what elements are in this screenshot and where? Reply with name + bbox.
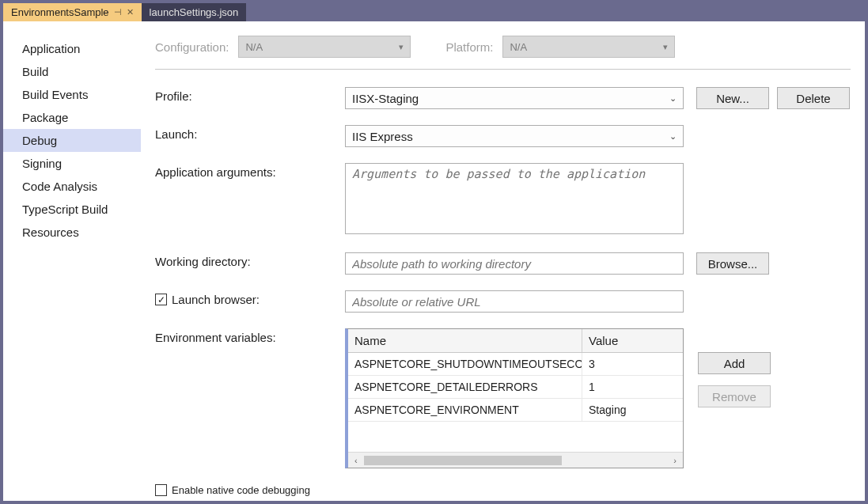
working-directory-row: Working directory: Browse... — [155, 252, 851, 275]
platform-combo: N/A ▾ — [502, 36, 675, 58]
native-debug-label: Enable native code debugging — [172, 484, 310, 496]
configuration-platform-row: Configuration: N/A ▾ Platform: N/A ▾ — [155, 36, 851, 70]
profile-row: Profile: IISX-Staging ⌄ New... Delete — [155, 87, 851, 109]
configuration-label: Configuration: — [155, 40, 229, 54]
chevron-down-icon: ▾ — [663, 42, 668, 52]
table-row[interactable]: ASPNETCORE_SHUTDOWNTIMEOUTSECONDS 3 — [348, 353, 683, 376]
env-value-cell[interactable]: 3 — [582, 353, 683, 375]
content-area: Application Build Build Events Package D… — [3, 21, 865, 501]
browse-button[interactable]: Browse... — [696, 252, 769, 275]
profile-label: Profile: — [155, 87, 345, 103]
env-value-cell[interactable]: Staging — [582, 399, 683, 421]
table-row[interactable]: ASPNETCORE_DETAILEDERRORS 1 — [348, 376, 683, 399]
arguments-input[interactable] — [345, 163, 684, 234]
profile-combo[interactable]: IISX-Staging ⌄ — [345, 87, 684, 109]
working-directory-label: Working directory: — [155, 252, 345, 268]
delete-profile-button[interactable]: Delete — [777, 87, 850, 109]
sidebar-item-build-events[interactable]: Build Events — [3, 83, 141, 106]
configuration-value: N/A — [245, 41, 263, 53]
native-debug-checkbox[interactable] — [155, 484, 167, 496]
arguments-label: Application arguments: — [155, 163, 345, 179]
configuration-combo: N/A ▾ — [238, 36, 411, 58]
add-env-button[interactable]: Add — [698, 352, 771, 374]
scrollbar-thumb[interactable] — [364, 456, 562, 465]
grid-header: Name Value — [348, 329, 683, 353]
environment-variables-row: Environment variables: Name Value ASPNET… — [155, 328, 851, 468]
launch-browser-label: Launch browser: — [172, 293, 260, 306]
launch-combo[interactable]: IIS Express ⌄ — [345, 125, 684, 147]
profile-value: IISX-Staging — [352, 92, 419, 105]
launch-label: Launch: — [155, 125, 345, 141]
env-name-cell[interactable]: ASPNETCORE_ENVIRONMENT — [348, 399, 582, 421]
debug-settings-panel: Configuration: N/A ▾ Platform: N/A ▾ Pro… — [141, 21, 865, 501]
horizontal-scrollbar[interactable]: ‹ › — [348, 452, 683, 468]
chevron-down-icon: ⌄ — [669, 131, 677, 142]
properties-sidebar: Application Build Build Events Package D… — [3, 21, 141, 501]
launch-browser-row: ✓ Launch browser: — [155, 290, 851, 313]
pin-icon[interactable]: ⊣ — [114, 7, 122, 17]
tab-label: launchSettings.json — [150, 6, 239, 18]
arguments-row: Application arguments: — [155, 163, 851, 237]
tab-launch-settings[interactable]: launchSettings.json — [142, 3, 247, 21]
working-directory-input[interactable] — [345, 252, 684, 275]
chevron-down-icon: ⌄ — [669, 93, 677, 104]
platform-value: N/A — [510, 41, 527, 53]
sidebar-item-typescript-build[interactable]: TypeScript Build — [3, 198, 141, 221]
grid-empty-area — [348, 422, 683, 452]
tab-environments-sample[interactable]: EnvironmentsSample ⊣ ✕ — [3, 3, 142, 21]
env-name-cell[interactable]: ASPNETCORE_DETAILEDERRORS — [348, 376, 582, 398]
table-row[interactable]: ASPNETCORE_ENVIRONMENT Staging — [348, 399, 683, 422]
env-name-cell[interactable]: ASPNETCORE_SHUTDOWNTIMEOUTSECONDS — [348, 353, 582, 375]
environment-variables-label: Environment variables: — [155, 328, 345, 344]
remove-env-button: Remove — [698, 385, 771, 407]
launch-value: IIS Express — [352, 130, 413, 143]
grid-header-name[interactable]: Name — [348, 329, 582, 352]
native-debug-row: Enable native code debugging — [155, 484, 851, 496]
environment-variables-grid[interactable]: Name Value ASPNETCORE_SHUTDOWNTIMEOUTSEC… — [345, 328, 684, 468]
new-profile-button[interactable]: New... — [696, 87, 769, 109]
env-value-cell[interactable]: 1 — [582, 376, 683, 398]
tab-label: EnvironmentsSample — [11, 6, 109, 18]
chevron-down-icon: ▾ — [399, 42, 404, 52]
document-tab-strip: EnvironmentsSample ⊣ ✕ launchSettings.js… — [0, 0, 868, 21]
launch-row: Launch: IIS Express ⌄ — [155, 125, 851, 147]
sidebar-item-application[interactable]: Application — [3, 37, 141, 60]
grid-header-value[interactable]: Value — [582, 329, 683, 352]
sidebar-item-code-analysis[interactable]: Code Analysis — [3, 175, 141, 198]
launch-browser-url-input[interactable] — [345, 290, 684, 313]
project-properties-window: EnvironmentsSample ⊣ ✕ launchSettings.js… — [0, 0, 868, 504]
sidebar-item-build[interactable]: Build — [3, 60, 141, 83]
launch-browser-checkbox[interactable]: ✓ — [155, 294, 167, 305]
sidebar-item-signing[interactable]: Signing — [3, 152, 141, 175]
sidebar-item-package[interactable]: Package — [3, 106, 141, 129]
scroll-right-icon[interactable]: › — [670, 456, 680, 465]
platform-label: Platform: — [445, 40, 493, 54]
close-icon[interactable]: ✕ — [127, 7, 134, 17]
sidebar-item-debug[interactable]: Debug — [3, 129, 141, 152]
scroll-left-icon[interactable]: ‹ — [351, 456, 361, 465]
sidebar-item-resources[interactable]: Resources — [3, 221, 141, 244]
